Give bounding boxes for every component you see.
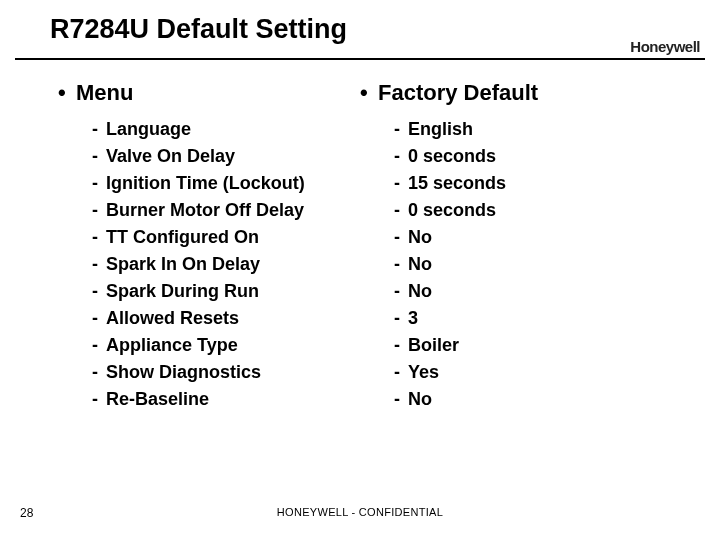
list-item: -Appliance Type bbox=[92, 332, 358, 359]
list-item: -Burner Motor Off Delay bbox=[92, 197, 358, 224]
item-label: Burner Motor Off Delay bbox=[106, 200, 304, 220]
dash-icon: - bbox=[92, 386, 106, 413]
dash-icon: - bbox=[394, 386, 408, 413]
list-item: -Language bbox=[92, 116, 358, 143]
item-label: Spark During Run bbox=[106, 281, 259, 301]
dash-icon: - bbox=[92, 224, 106, 251]
default-heading-text: Factory Default bbox=[378, 80, 538, 105]
item-label: No bbox=[408, 389, 432, 409]
menu-column: •Menu -Language -Valve On Delay -Ignitio… bbox=[58, 80, 358, 413]
divider bbox=[15, 58, 705, 60]
item-label: Re-Baseline bbox=[106, 389, 209, 409]
item-label: Language bbox=[106, 119, 191, 139]
list-item: -0 seconds bbox=[394, 143, 680, 170]
bullet-icon: • bbox=[58, 80, 76, 106]
menu-heading-text: Menu bbox=[76, 80, 133, 105]
list-item: -No bbox=[394, 386, 680, 413]
page-number: 28 bbox=[20, 506, 33, 520]
slide: R7284U Default Setting Honeywell •Menu -… bbox=[0, 0, 720, 540]
list-item: -15 seconds bbox=[394, 170, 680, 197]
dash-icon: - bbox=[394, 197, 408, 224]
dash-icon: - bbox=[394, 224, 408, 251]
dash-icon: - bbox=[394, 332, 408, 359]
default-column: •Factory Default -English -0 seconds -15… bbox=[360, 80, 680, 413]
dash-icon: - bbox=[92, 305, 106, 332]
item-label: Ignition Time (Lockout) bbox=[106, 173, 305, 193]
list-item: -3 bbox=[394, 305, 680, 332]
dash-icon: - bbox=[394, 359, 408, 386]
item-label: Show Diagnostics bbox=[106, 362, 261, 382]
dash-icon: - bbox=[92, 332, 106, 359]
item-label: 0 seconds bbox=[408, 146, 496, 166]
list-item: -No bbox=[394, 224, 680, 251]
list-item: -No bbox=[394, 278, 680, 305]
list-item: -0 seconds bbox=[394, 197, 680, 224]
brand-logo: Honeywell bbox=[630, 38, 700, 55]
list-item: -Re-Baseline bbox=[92, 386, 358, 413]
dash-icon: - bbox=[92, 143, 106, 170]
item-label: No bbox=[408, 281, 432, 301]
footer-label: HONEYWELL - CONFIDENTIAL bbox=[0, 506, 720, 518]
list-item: -TT Configured On bbox=[92, 224, 358, 251]
list-item: -Ignition Time (Lockout) bbox=[92, 170, 358, 197]
item-label: Spark In On Delay bbox=[106, 254, 260, 274]
item-label: Allowed Resets bbox=[106, 308, 239, 328]
item-label: 15 seconds bbox=[408, 173, 506, 193]
item-label: Valve On Delay bbox=[106, 146, 235, 166]
menu-items: -Language -Valve On Delay -Ignition Time… bbox=[92, 116, 358, 413]
list-item: -Show Diagnostics bbox=[92, 359, 358, 386]
menu-heading: •Menu bbox=[58, 80, 358, 106]
dash-icon: - bbox=[394, 305, 408, 332]
list-item: -English bbox=[394, 116, 680, 143]
item-label: No bbox=[408, 254, 432, 274]
item-label: English bbox=[408, 119, 473, 139]
dash-icon: - bbox=[394, 251, 408, 278]
dash-icon: - bbox=[394, 116, 408, 143]
dash-icon: - bbox=[92, 197, 106, 224]
list-item: -Allowed Resets bbox=[92, 305, 358, 332]
dash-icon: - bbox=[394, 143, 408, 170]
item-label: Boiler bbox=[408, 335, 459, 355]
dash-icon: - bbox=[394, 170, 408, 197]
dash-icon: - bbox=[92, 251, 106, 278]
dash-icon: - bbox=[92, 170, 106, 197]
default-heading: •Factory Default bbox=[360, 80, 680, 106]
page-title: R7284U Default Setting bbox=[50, 14, 347, 45]
dash-icon: - bbox=[92, 278, 106, 305]
list-item: -No bbox=[394, 251, 680, 278]
item-label: Appliance Type bbox=[106, 335, 238, 355]
item-label: Yes bbox=[408, 362, 439, 382]
list-item: -Spark In On Delay bbox=[92, 251, 358, 278]
list-item: -Spark During Run bbox=[92, 278, 358, 305]
bullet-icon: • bbox=[360, 80, 378, 106]
item-label: No bbox=[408, 227, 432, 247]
default-items: -English -0 seconds -15 seconds -0 secon… bbox=[394, 116, 680, 413]
dash-icon: - bbox=[92, 359, 106, 386]
dash-icon: - bbox=[92, 116, 106, 143]
item-label: 0 seconds bbox=[408, 200, 496, 220]
item-label: 3 bbox=[408, 308, 418, 328]
list-item: -Valve On Delay bbox=[92, 143, 358, 170]
list-item: -Boiler bbox=[394, 332, 680, 359]
dash-icon: - bbox=[394, 278, 408, 305]
list-item: -Yes bbox=[394, 359, 680, 386]
item-label: TT Configured On bbox=[106, 227, 259, 247]
